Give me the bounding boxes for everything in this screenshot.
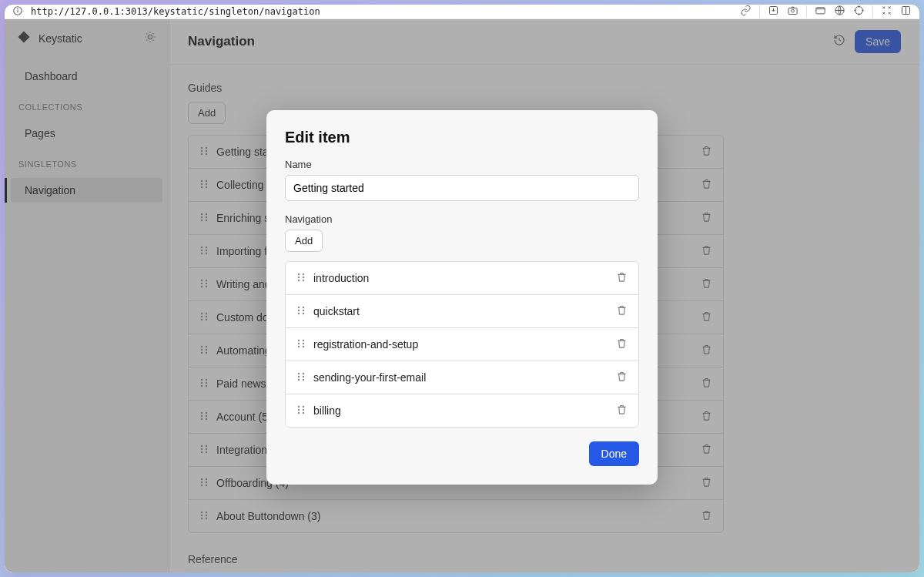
list-item[interactable]: registration-and-setup: [286, 328, 638, 361]
svg-point-98: [298, 343, 300, 344]
list-item-label: registration-and-setup: [313, 338, 608, 351]
svg-point-5: [792, 9, 795, 12]
list-item[interactable]: billing: [286, 394, 638, 427]
svg-point-110: [298, 409, 300, 411]
modal-title: Edit item: [285, 129, 639, 146]
drag-handle-icon[interactable]: [296, 404, 306, 417]
svg-point-88: [298, 280, 300, 281]
edit-item-modal: Edit item Name Navigation Add introducti…: [266, 110, 658, 485]
delete-icon[interactable]: [616, 404, 628, 418]
svg-point-94: [298, 313, 300, 314]
svg-point-90: [298, 307, 300, 308]
browser-bar: http://127.0.0.1:3013/keystatic/singleto…: [5, 5, 919, 19]
delete-icon[interactable]: [616, 371, 628, 384]
app-body: Keystatic Dashboard COLLECTIONS Pages SI…: [5, 19, 919, 572]
link-icon[interactable]: [740, 5, 752, 18]
svg-point-106: [298, 379, 300, 381]
app-window: http://127.0.0.1:3013/keystatic/singleto…: [5, 5, 919, 572]
svg-point-96: [298, 340, 300, 341]
url-display[interactable]: http://127.0.0.1:3013/keystatic/singleto…: [31, 6, 732, 17]
svg-point-112: [298, 412, 300, 414]
delete-icon[interactable]: [616, 304, 628, 318]
drag-handle-icon[interactable]: [296, 305, 306, 317]
list-item-label: billing: [313, 404, 608, 417]
browser-actions: [740, 5, 912, 18]
svg-point-104: [298, 376, 300, 377]
svg-point-101: [303, 346, 304, 347]
delete-icon[interactable]: [616, 271, 628, 285]
folder-icon[interactable]: [815, 5, 826, 18]
svg-point-97: [303, 340, 304, 341]
svg-point-111: [303, 409, 304, 411]
modal-nav-list: introductionquickstartregistration-and-s…: [285, 261, 639, 428]
list-item-label: quickstart: [313, 305, 608, 317]
name-input[interactable]: [285, 175, 639, 201]
svg-point-109: [303, 406, 304, 408]
name-field-label: Name: [285, 159, 639, 170]
svg-point-107: [303, 379, 304, 381]
svg-point-86: [298, 277, 300, 278]
svg-point-102: [298, 373, 300, 374]
svg-point-91: [303, 307, 304, 308]
svg-point-103: [303, 373, 304, 374]
done-button[interactable]: Done: [589, 441, 639, 466]
modal-add-button[interactable]: Add: [285, 230, 323, 252]
svg-point-87: [303, 277, 304, 278]
svg-point-95: [303, 313, 304, 314]
svg-point-105: [303, 376, 304, 377]
navigation-field-label: Navigation: [285, 213, 639, 225]
svg-point-2: [18, 8, 18, 9]
drag-handle-icon[interactable]: [296, 371, 306, 384]
drag-handle-icon[interactable]: [296, 272, 306, 284]
svg-point-8: [855, 7, 863, 15]
list-item-label: introduction: [313, 272, 608, 284]
globe-icon[interactable]: [834, 5, 845, 18]
modal-overlay[interactable]: Edit item Name Navigation Add introducti…: [5, 19, 919, 572]
svg-rect-6: [816, 8, 825, 14]
svg-rect-4: [788, 8, 797, 14]
svg-point-92: [298, 310, 300, 311]
svg-point-100: [298, 346, 300, 347]
resize-icon[interactable]: [881, 5, 892, 18]
svg-point-99: [303, 343, 304, 344]
list-item[interactable]: sending-your-first-email: [286, 361, 638, 394]
camera-icon[interactable]: [787, 5, 798, 18]
svg-point-113: [303, 412, 304, 414]
download-icon[interactable]: [768, 5, 779, 18]
svg-point-85: [303, 273, 304, 275]
svg-point-93: [303, 310, 304, 311]
panel-icon[interactable]: [900, 5, 912, 18]
list-item[interactable]: quickstart: [286, 295, 638, 328]
delete-icon[interactable]: [616, 337, 628, 351]
svg-point-89: [303, 280, 304, 281]
list-item-label: sending-your-first-email: [313, 371, 608, 384]
info-icon: [12, 5, 23, 18]
drag-handle-icon[interactable]: [296, 338, 306, 351]
svg-point-108: [298, 406, 300, 408]
list-item[interactable]: introduction: [286, 262, 638, 295]
svg-point-84: [298, 273, 300, 275]
target-icon[interactable]: [853, 5, 865, 18]
